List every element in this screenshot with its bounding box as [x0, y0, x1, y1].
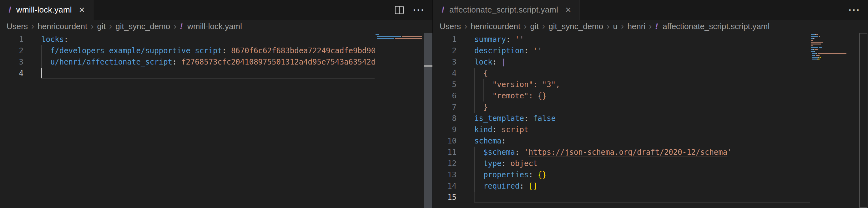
code-line[interactable]: 7 }: [433, 102, 810, 113]
code-line[interactable]: 10schema:: [433, 135, 810, 147]
code-line[interactable]: 13 properties: {}: [433, 169, 810, 180]
more-actions-icon[interactable]: ⋯: [412, 0, 424, 20]
editor[interactable]: 1summary: ''2description: ''3lock: |4 {5…: [433, 33, 868, 208]
tab-bar: ! wmill-lock.yaml ✕ ⋯: [0, 0, 432, 20]
code-token: :: [520, 182, 524, 190]
minimap[interactable]: [375, 33, 424, 208]
code-token: [497, 125, 501, 134]
code-token: :: [222, 46, 226, 55]
minimap-segment: [812, 53, 816, 54]
minimap-line: [811, 57, 859, 58]
line-number: 15: [433, 192, 464, 203]
tab-affectionate-script-yaml[interactable]: ! affectionate_script.script.yaml ✕: [433, 0, 580, 20]
chevron-right-icon: ›: [464, 21, 467, 31]
minimap-segment: [811, 42, 823, 43]
more-actions-icon[interactable]: ⋯: [848, 0, 860, 20]
code-token: :: [528, 171, 533, 179]
code-token: [41, 46, 50, 55]
code-line[interactable]: 6 "remote": {}: [433, 90, 810, 102]
code-line[interactable]: 12 type: object: [433, 158, 810, 169]
code-line[interactable]: 9kind: script: [433, 124, 810, 135]
minimap-segment: [811, 34, 815, 35]
breadcrumb-item[interactable]: git_sync_demo: [115, 22, 170, 31]
tab-label: wmill-lock.yaml: [16, 5, 72, 15]
minimap-segment: [816, 55, 819, 56]
indent-guide: [474, 68, 475, 79]
code-line-text: description: '': [474, 45, 810, 56]
tab-label: affectionate_script.script.yaml: [449, 5, 558, 15]
code-line[interactable]: 15: [433, 192, 810, 203]
code-token: [520, 148, 524, 157]
line-number: 5: [433, 79, 464, 90]
editor-group-right: ! affectionate_script.script.yaml ✕ ⋯ Us…: [433, 0, 868, 208]
tab-close-icon[interactable]: ✕: [565, 6, 571, 15]
code-line[interactable]: 1summary: '': [433, 34, 810, 45]
editor[interactable]: 1locks:2 f/developers_example/supportive…: [0, 33, 432, 208]
code-line[interactable]: 4 {: [433, 68, 810, 79]
breadcrumb-item[interactable]: henricourdent: [37, 22, 87, 31]
code-line[interactable]: 3lock: |: [433, 56, 810, 68]
breadcrumb-item[interactable]: u: [613, 22, 618, 31]
breadcrumb-item[interactable]: Users: [440, 22, 461, 31]
code-line[interactable]: 14 required: []: [433, 180, 810, 192]
code-token: "version": "3",: [474, 80, 560, 89]
indent-guide: [41, 45, 42, 56]
breadcrumb-item[interactable]: henri: [627, 22, 645, 31]
minimap-segment: [811, 47, 818, 48]
code-line[interactable]: 8is_template: false: [433, 113, 810, 124]
minimap[interactable]: [810, 33, 859, 208]
code-line-text: [474, 192, 810, 203]
scrollbar[interactable]: [424, 33, 432, 208]
minimap-line: [811, 38, 859, 39]
minimap-line: [811, 55, 859, 56]
code-line-text: {: [474, 68, 810, 79]
indent-guide: [484, 79, 484, 90]
breadcrumb-item[interactable]: Users: [6, 22, 28, 31]
code-area[interactable]: 1locks:2 f/developers_example/supportive…: [0, 33, 375, 208]
code-token: f/developers_example/supportive_script: [50, 46, 222, 55]
minimap-line: [811, 42, 859, 43]
tab-actions: ⋯: [395, 0, 424, 20]
minimap-segment: [395, 38, 422, 39]
minimap-line: [811, 44, 859, 45]
line-number: 6: [433, 90, 464, 102]
code-token: required: [484, 182, 520, 190]
breadcrumb-item[interactable]: git: [97, 22, 106, 31]
line-number: 7: [433, 102, 464, 113]
breadcrumb-item-file[interactable]: affectionate_script.script.yaml: [662, 22, 770, 31]
minimap-segment: [812, 58, 817, 59]
split-editor-icon[interactable]: [395, 6, 404, 14]
code-area[interactable]: 1summary: ''2description: ''3lock: |4 {5…: [433, 33, 810, 208]
indent-guide: [41, 56, 42, 68]
tab-wmill-lock-yaml[interactable]: ! wmill-lock.yaml ✕: [0, 0, 93, 20]
breadcrumb-item[interactable]: henricourdent: [471, 22, 520, 31]
code-line[interactable]: 2 f/developers_example/supportive_script…: [0, 45, 375, 56]
minimap-segment: [811, 38, 813, 39]
code-token: {: [474, 69, 488, 78]
code-line[interactable]: 11 $schema: 'https://json-schema.org/dra…: [433, 147, 810, 158]
line-number: 9: [433, 124, 464, 135]
line-number: 2: [0, 45, 31, 56]
tab-close-icon[interactable]: ✕: [79, 6, 85, 15]
breadcrumb-item-file[interactable]: wmill-lock.yaml: [187, 22, 242, 31]
code-token: kind: [474, 125, 493, 134]
text-cursor: [41, 68, 42, 78]
breadcrumb-item[interactable]: git_sync_demo: [549, 22, 603, 31]
code-token: "remote": {}: [474, 92, 547, 100]
schema-url-link[interactable]: https://json-schema.org/draft/2020-12/sc…: [528, 148, 727, 157]
code-line[interactable]: 4: [0, 68, 375, 79]
breadcrumb: Users›henricourdent›git›git_sync_demo›!w…: [0, 20, 432, 33]
code-line[interactable]: 1locks:: [0, 34, 375, 45]
code-line-text: lock: |: [474, 56, 810, 68]
scrollbar[interactable]: [859, 33, 867, 208]
code-line[interactable]: 5 "version": "3",: [433, 79, 810, 90]
line-number: 8: [433, 113, 464, 124]
code-line[interactable]: 3 u/henri/affectionate_script: f2768573c…: [0, 56, 375, 68]
breadcrumb-item[interactable]: git: [530, 22, 539, 31]
indent-guide: [474, 180, 475, 192]
chevron-right-icon: ›: [524, 21, 527, 31]
minimap-segment: [377, 38, 394, 39]
code-line[interactable]: 2description: '': [433, 45, 810, 56]
minimap-segment: [814, 49, 818, 50]
minimap-line: [811, 40, 859, 41]
